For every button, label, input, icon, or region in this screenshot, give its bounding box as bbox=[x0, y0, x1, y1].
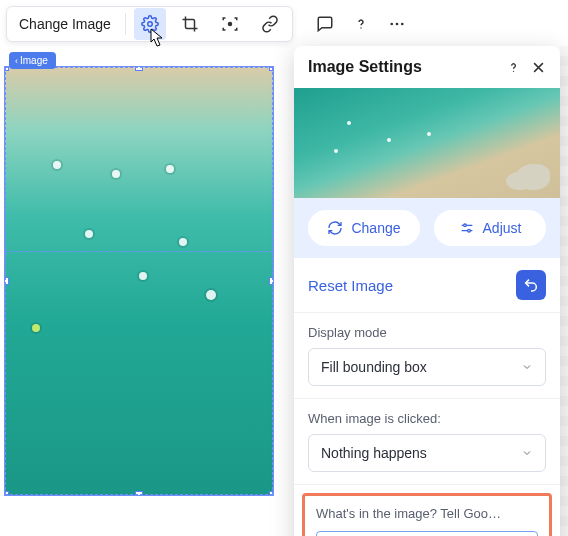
alt-text-section: What's in the image? Tell Goo… bbox=[294, 485, 560, 536]
comment-icon bbox=[316, 15, 334, 33]
canvas-image[interactable] bbox=[4, 66, 274, 496]
click-action-value: Nothing happens bbox=[321, 445, 427, 461]
svg-point-0 bbox=[148, 22, 153, 27]
image-settings-panel: Image Settings Change Adjust bbox=[294, 46, 560, 536]
panel-action-row: Change Adjust bbox=[294, 198, 560, 258]
panel-title: Image Settings bbox=[308, 58, 422, 76]
click-action-section: When image is clicked: Nothing happens bbox=[294, 399, 560, 485]
chevron-down-icon bbox=[521, 361, 533, 373]
chevron-left-icon: ‹ bbox=[15, 56, 18, 66]
adjust-button[interactable]: Adjust bbox=[434, 210, 546, 246]
display-mode-value: Fill bounding box bbox=[321, 359, 427, 375]
svg-point-2 bbox=[360, 27, 361, 28]
focal-point-button[interactable] bbox=[214, 8, 246, 40]
help-button[interactable] bbox=[344, 8, 378, 40]
display-mode-label: Display mode bbox=[308, 325, 546, 340]
link-button[interactable] bbox=[254, 8, 286, 40]
panel-thumbnail bbox=[294, 88, 560, 198]
change-button-label: Change bbox=[351, 220, 400, 236]
element-label-image[interactable]: ‹ Image bbox=[9, 52, 56, 69]
svg-point-3 bbox=[390, 23, 393, 26]
resize-handle[interactable] bbox=[135, 66, 143, 71]
resize-handle[interactable] bbox=[4, 277, 9, 285]
resize-handle[interactable] bbox=[4, 491, 9, 496]
chevron-down-icon bbox=[521, 447, 533, 459]
svg-point-4 bbox=[396, 23, 399, 26]
settings-button[interactable] bbox=[134, 8, 166, 40]
crop-button[interactable] bbox=[174, 8, 206, 40]
toolbar-separator bbox=[125, 13, 126, 35]
panel-header: Image Settings bbox=[294, 46, 560, 88]
display-mode-select[interactable]: Fill bounding box bbox=[308, 348, 546, 386]
undo-icon bbox=[523, 277, 539, 293]
refresh-icon bbox=[327, 220, 343, 236]
crop-icon bbox=[181, 15, 199, 33]
panel-help-button[interactable] bbox=[506, 60, 521, 75]
comments-button[interactable] bbox=[308, 8, 342, 40]
gear-icon bbox=[141, 15, 159, 33]
more-button[interactable] bbox=[380, 8, 414, 40]
link-icon bbox=[261, 15, 279, 33]
svg-point-1 bbox=[228, 23, 231, 26]
element-label-text: Image bbox=[20, 55, 48, 66]
resize-handle[interactable] bbox=[269, 277, 274, 285]
click-action-label: When image is clicked: bbox=[308, 411, 546, 426]
adjust-button-label: Adjust bbox=[483, 220, 522, 236]
svg-point-10 bbox=[467, 229, 470, 232]
resize-handle[interactable] bbox=[4, 66, 9, 71]
change-image-button[interactable]: Change Image bbox=[13, 16, 117, 32]
more-icon bbox=[388, 15, 406, 33]
sliders-icon bbox=[459, 220, 475, 236]
change-button[interactable]: Change bbox=[308, 210, 420, 246]
resize-handle[interactable] bbox=[269, 66, 274, 71]
reset-row: Reset Image bbox=[294, 258, 560, 313]
alt-text-input[interactable] bbox=[316, 531, 538, 536]
resize-handle[interactable] bbox=[269, 491, 274, 496]
svg-point-6 bbox=[513, 70, 514, 71]
alt-text-highlight: What's in the image? Tell Goo… bbox=[302, 493, 552, 536]
undo-button[interactable] bbox=[516, 270, 546, 300]
svg-point-5 bbox=[401, 23, 404, 26]
display-mode-section: Display mode Fill bounding box bbox=[294, 313, 560, 399]
panel-close-button[interactable] bbox=[531, 60, 546, 75]
resize-handle[interactable] bbox=[135, 491, 143, 496]
focus-icon bbox=[221, 15, 239, 33]
edge-strip bbox=[560, 46, 568, 536]
secondary-toolbar bbox=[308, 6, 414, 42]
alt-text-label: What's in the image? Tell Goo… bbox=[316, 506, 538, 521]
help-icon bbox=[353, 16, 369, 32]
svg-point-8 bbox=[463, 224, 466, 227]
image-toolbar: Change Image bbox=[6, 6, 293, 42]
click-action-select[interactable]: Nothing happens bbox=[308, 434, 546, 472]
reset-image-button[interactable]: Reset Image bbox=[308, 277, 393, 294]
